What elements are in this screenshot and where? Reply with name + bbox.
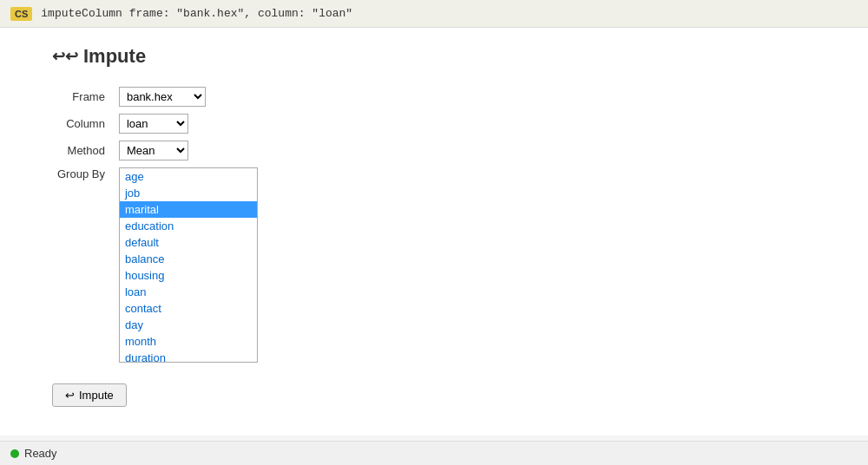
impute-button-label: Impute [79, 389, 114, 402]
groupby-row: Group By agejobmaritaleducationdefaultba… [52, 164, 263, 366]
list-item[interactable]: education [120, 218, 257, 234]
frame-select[interactable]: bank.hex [119, 87, 206, 107]
page-title-text: Impute [83, 45, 146, 68]
list-item[interactable]: month [120, 333, 257, 350]
cs-badge: CS [10, 7, 32, 21]
method-row: Method Mean Median Mode None [52, 137, 263, 164]
list-item[interactable]: default [120, 234, 257, 251]
method-select[interactable]: Mean Median Mode None [119, 141, 188, 160]
frame-label: Frame [52, 83, 114, 110]
impute-form: Frame bank.hex Column loan Method [52, 83, 263, 366]
column-label: Column [52, 110, 114, 137]
column-select[interactable]: loan [119, 114, 188, 134]
groupby-listbox[interactable]: agejobmaritaleducationdefaultbalancehous… [119, 167, 258, 363]
list-item[interactable]: loan [120, 284, 257, 300]
list-item[interactable]: housing [120, 267, 257, 284]
impute-button[interactable]: ↩ Impute [52, 383, 127, 407]
page-title: ↩↩ Impute [52, 45, 851, 68]
list-item[interactable]: day [120, 317, 257, 333]
impute-button-icon: ↩ [65, 389, 75, 402]
list-item[interactable]: age [120, 168, 257, 185]
main-content: ↩↩ Impute Frame bank.hex Column loan [0, 28, 868, 436]
back-icon: ↩↩ [52, 47, 78, 66]
groupby-label: Group By [52, 164, 114, 366]
column-row: Column loan [52, 110, 263, 137]
code-text: imputeColumn frame: "bank.hex", column: … [41, 7, 352, 20]
frame-row: Frame bank.hex [52, 83, 263, 110]
list-item[interactable]: balance [120, 251, 257, 267]
top-bar: CS imputeColumn frame: "bank.hex", colum… [0, 0, 868, 28]
list-item[interactable]: marital [120, 201, 257, 218]
list-item[interactable]: contact [120, 300, 257, 317]
method-label: Method [52, 137, 114, 164]
list-item[interactable]: job [120, 185, 257, 201]
list-item[interactable]: duration [120, 350, 257, 363]
